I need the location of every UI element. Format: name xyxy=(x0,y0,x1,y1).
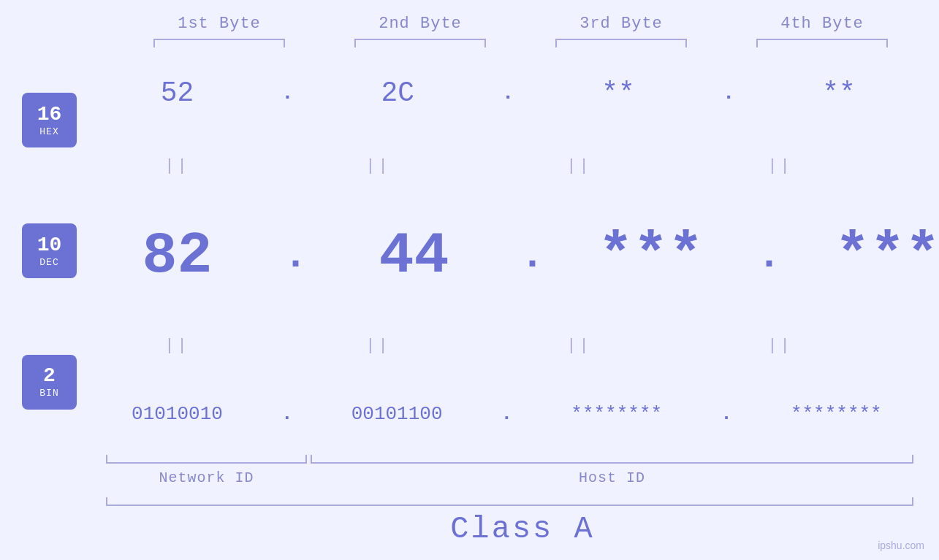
bin-cell-4: ******** xyxy=(736,403,937,425)
bin-dot-1: . xyxy=(281,403,293,425)
bin-badge: 2 BIN xyxy=(22,355,77,410)
dec-val-2: 44 xyxy=(313,223,514,289)
hex-dot-3: . xyxy=(723,82,735,104)
main-container: 1st Byte 2nd Byte 3rd Byte 4th Byte 16 H… xyxy=(0,0,939,560)
byte4-bracket xyxy=(756,39,888,47)
hex-val-4: ** xyxy=(738,77,939,109)
sep-cell-1-1: || xyxy=(77,157,278,175)
dec-cell-3: *** xyxy=(550,223,751,289)
badges-column: 16 HEX 10 DEC 2 BIN xyxy=(22,47,77,455)
dec-val-1: 82 xyxy=(77,223,278,289)
sep-cell-2-1: || xyxy=(77,337,278,355)
dec-cell-1: 82 xyxy=(77,223,278,289)
byte1-label: 1st Byte xyxy=(178,15,261,33)
hex-val-3: ** xyxy=(518,77,719,109)
hex-dot-2: . xyxy=(502,82,514,104)
dec-dot-3: . xyxy=(757,233,781,279)
dec-cell-2: 44 xyxy=(313,223,514,289)
hex-cell-3: ** xyxy=(518,77,719,109)
byte3-bracket xyxy=(555,39,687,47)
host-bracket xyxy=(311,455,913,464)
main-area: 16 HEX 10 DEC 2 BIN 52 . 2C xyxy=(0,47,939,455)
dec-badge: 10 DEC xyxy=(22,223,77,278)
class-row: Class A xyxy=(106,512,939,553)
dec-dot-1: . xyxy=(284,233,308,279)
byte4-label: 4th Byte xyxy=(780,15,864,33)
id-labels-row: Network ID Host ID xyxy=(106,469,939,486)
byte-headers: 1st Byte 2nd Byte 3rd Byte 4th Byte xyxy=(0,0,939,47)
sep-cell-1-3: || xyxy=(479,157,680,175)
bin-val-1: 01010010 xyxy=(77,403,278,425)
sep-cell-2-3: || xyxy=(479,337,680,355)
hex-cell-1: 52 xyxy=(77,77,278,109)
class-bracket xyxy=(106,497,913,506)
bin-val-3: ******** xyxy=(516,403,717,425)
bottom-section: Network ID Host ID Class A xyxy=(0,455,939,560)
network-bracket xyxy=(106,455,307,464)
byte1-col: 1st Byte xyxy=(119,15,320,47)
dec-badge-num: 10 xyxy=(37,234,62,257)
dec-val-4: *** xyxy=(787,223,939,289)
hex-cell-4: ** xyxy=(738,77,939,109)
sep-cell-1-4: || xyxy=(680,157,881,175)
bin-val-2: 00101100 xyxy=(297,403,498,425)
sep-cell-1-2: || xyxy=(278,157,479,175)
dec-cell-4: *** xyxy=(787,223,939,289)
hex-val-2: 2C xyxy=(297,77,498,109)
sep-cell-2-2: || xyxy=(278,337,479,355)
byte2-bracket xyxy=(354,39,486,47)
hex-dot-1: . xyxy=(281,82,294,104)
sep-row-1: || || || || xyxy=(77,155,939,177)
sep-cell-2-4: || xyxy=(680,337,881,355)
byte1-bracket xyxy=(153,39,285,47)
bin-badge-num: 2 xyxy=(43,365,56,388)
host-id-label: Host ID xyxy=(311,469,913,486)
bin-dot-3: . xyxy=(721,403,732,425)
hex-row: 52 . 2C . ** . ** xyxy=(77,77,939,109)
network-id-label: Network ID xyxy=(106,469,307,486)
hex-badge-num: 16 xyxy=(37,104,62,126)
byte2-col: 2nd Byte xyxy=(320,15,521,47)
bin-dot-2: . xyxy=(501,403,513,425)
hex-badge-label: HEX xyxy=(39,126,58,137)
bin-cell-2: 00101100 xyxy=(297,403,498,425)
byte3-col: 3rd Byte xyxy=(521,15,722,47)
bin-cell-1: 01010010 xyxy=(77,403,278,425)
byte3-label: 3rd Byte xyxy=(579,15,663,33)
bottom-brackets-row xyxy=(106,455,939,464)
data-grid: 52 . 2C . ** . ** || || || || xyxy=(77,47,939,455)
hex-val-1: 52 xyxy=(77,77,278,109)
bin-cell-3: ******** xyxy=(516,403,717,425)
sep-row-2: || || || || xyxy=(77,335,939,357)
watermark: ipshu.com xyxy=(878,540,924,551)
dec-dot-2: . xyxy=(520,233,544,279)
hex-badge: 16 HEX xyxy=(22,93,77,147)
hex-cell-2: 2C xyxy=(297,77,498,109)
byte4-col: 4th Byte xyxy=(722,15,923,47)
bin-row: 01010010 . 00101100 . ******** . *******… xyxy=(77,403,939,425)
dec-row: 82 . 44 . *** . *** xyxy=(77,223,939,289)
dec-badge-label: DEC xyxy=(39,257,58,268)
bin-val-4: ******** xyxy=(736,403,937,425)
bin-badge-label: BIN xyxy=(39,388,58,399)
class-label: Class A xyxy=(119,512,927,547)
byte2-label: 2nd Byte xyxy=(379,15,462,33)
dec-val-3: *** xyxy=(550,223,751,289)
